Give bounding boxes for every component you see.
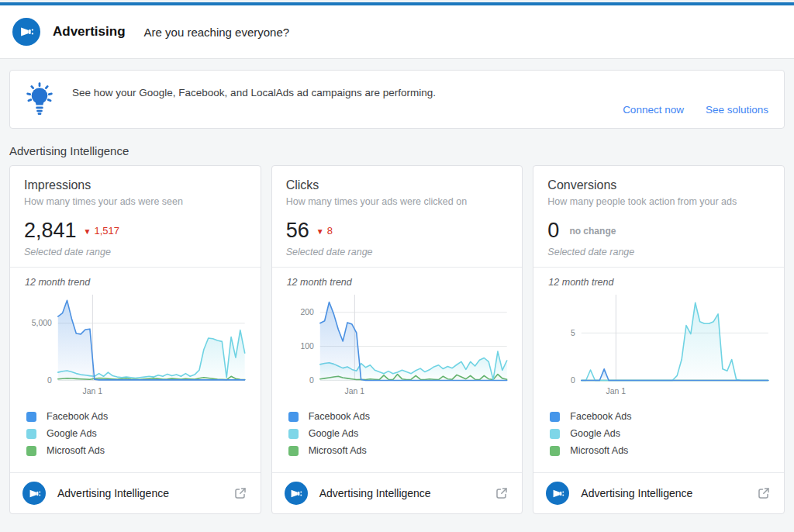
- megaphone-glyph: [18, 23, 35, 40]
- external-link-icon[interactable]: [756, 485, 772, 501]
- conversions-card: Conversions How many people took action …: [533, 165, 785, 514]
- svg-text:5: 5: [571, 329, 575, 337]
- card-footer: Advertising Intelligence: [272, 472, 523, 513]
- chart-legend: Facebook Ads Google Ads Microsoft Ads: [26, 408, 250, 459]
- legend-item-microsoft: Microsoft Ads: [550, 442, 773, 459]
- value-row: 0 no change: [547, 219, 770, 243]
- card-footer: Advertising Intelligence: [533, 472, 784, 513]
- svg-text:0: 0: [309, 376, 314, 385]
- trend-label: 12 month trend: [25, 277, 250, 288]
- trend-label: 12 month trend: [548, 277, 773, 288]
- legend-label: Microsoft Ads: [47, 445, 105, 456]
- conversions-trend-chart: 05Jan 1: [544, 289, 773, 406]
- microsoft-swatch-icon: [550, 446, 560, 456]
- date-range-label: Selected date range: [286, 247, 509, 257]
- clicks-trend-chart: 0100200Jan 1: [283, 289, 512, 406]
- card-head: Impressions How many times your ads were…: [10, 166, 261, 267]
- svg-text:Jan 1: Jan 1: [83, 387, 103, 396]
- footer-label: Advertising Intelligence: [319, 487, 495, 499]
- legend-label: Google Ads: [570, 428, 620, 439]
- legend-item-google: Google Ads: [550, 425, 773, 442]
- chart-section: 12 month trend 05,000Jan 1 Facebook Ads …: [10, 268, 261, 459]
- section-label: Advertising Intelligence: [9, 144, 785, 157]
- google-swatch-icon: [550, 429, 560, 439]
- chart-legend: Facebook Ads Google Ads Microsoft Ads: [288, 408, 512, 459]
- microsoft-swatch-icon: [26, 446, 36, 456]
- legend-label: Microsoft Ads: [570, 445, 628, 456]
- legend-item-facebook: Facebook Ads: [288, 408, 512, 425]
- trend-label: 12 month trend: [287, 277, 512, 288]
- legend-label: Facebook Ads: [309, 411, 370, 422]
- metric-cards: Impressions How many times your ads were…: [9, 165, 785, 514]
- footer-label: Advertising Intelligence: [581, 487, 756, 499]
- advertising-intelligence-icon: [22, 482, 46, 505]
- banner-message: See how your Google, Facebook, and Local…: [72, 87, 623, 98]
- megaphone-glyph: [288, 486, 303, 501]
- banner-links: Connect now See solutions: [623, 104, 768, 116]
- change-indicator: ▼ 1,517: [84, 225, 119, 237]
- svg-text:Jan 1: Jan 1: [344, 387, 364, 396]
- value-row: 56 ▼ 8: [286, 219, 509, 243]
- date-range-label: Selected date range: [547, 247, 770, 257]
- megaphone-glyph: [551, 486, 565, 501]
- microsoft-swatch-icon: [288, 446, 299, 456]
- down-arrow-icon: ▼: [316, 227, 324, 236]
- external-link-icon[interactable]: [494, 485, 509, 501]
- svg-text:0: 0: [571, 376, 575, 385]
- svg-text:100: 100: [300, 342, 314, 351]
- advertising-intelligence-icon: [546, 482, 569, 505]
- metric-value: 0: [547, 219, 559, 243]
- page-subtitle: Are you reaching everyone?: [144, 26, 290, 39]
- clicks-card: Clicks How many times your ads were clic…: [271, 165, 523, 514]
- legend-item-google: Google Ads: [26, 425, 250, 442]
- svg-text:Jan 1: Jan 1: [606, 387, 627, 396]
- card-head: Conversions How many people took action …: [533, 166, 784, 267]
- footer-label: Advertising Intelligence: [57, 487, 233, 499]
- card-title: Impressions: [24, 178, 247, 192]
- down-arrow-icon: ▼: [84, 227, 91, 236]
- legend-label: Facebook Ads: [47, 411, 108, 422]
- advertising-megaphone-icon: [12, 18, 40, 46]
- legend-label: Google Ads: [47, 428, 97, 439]
- impressions-trend-chart: 05,000Jan 1: [21, 289, 250, 406]
- legend-label: Google Ads: [309, 428, 359, 439]
- connect-banner: See how your Google, Facebook, and Local…: [9, 70, 785, 129]
- card-subtitle: How many times your ads were seen: [24, 196, 247, 207]
- chart-legend: Facebook Ads Google Ads Microsoft Ads: [550, 408, 773, 459]
- legend-label: Facebook Ads: [570, 411, 631, 422]
- change-value: 8: [327, 225, 333, 237]
- facebook-swatch-icon: [26, 412, 36, 422]
- svg-text:0: 0: [47, 376, 52, 385]
- legend-item-facebook: Facebook Ads: [550, 408, 773, 425]
- chart-section: 12 month trend 0100200Jan 1 Facebook Ads…: [272, 268, 523, 459]
- external-link-icon[interactable]: [233, 485, 248, 501]
- page-title: Advertising: [53, 24, 126, 40]
- chart-section: 12 month trend 05Jan 1 Facebook Ads Goog…: [533, 268, 784, 459]
- svg-text:5,000: 5,000: [32, 319, 52, 327]
- connect-now-link[interactable]: Connect now: [623, 104, 684, 116]
- metric-value: 56: [286, 219, 309, 243]
- legend-item-microsoft: Microsoft Ads: [26, 442, 250, 459]
- svg-text:200: 200: [300, 308, 314, 316]
- date-range-label: Selected date range: [24, 247, 247, 257]
- google-swatch-icon: [26, 429, 36, 439]
- facebook-swatch-icon: [550, 412, 560, 422]
- change-value: 1,517: [94, 225, 119, 237]
- legend-item-google: Google Ads: [288, 425, 512, 442]
- card-head: Clicks How many times your ads were clic…: [272, 166, 523, 267]
- page-header: Advertising Are you reaching everyone?: [0, 5, 794, 59]
- advertising-intelligence-icon: [285, 482, 308, 505]
- change-value: no change: [569, 226, 616, 237]
- megaphone-glyph: [27, 486, 42, 501]
- card-subtitle: How many people took action from your ad…: [547, 196, 770, 207]
- card-footer: Advertising Intelligence: [10, 472, 261, 513]
- facebook-swatch-icon: [288, 412, 299, 422]
- see-solutions-link[interactable]: See solutions: [706, 104, 768, 116]
- legend-item-facebook: Facebook Ads: [26, 408, 250, 425]
- change-indicator: ▼ 8: [316, 225, 333, 237]
- legend-label: Microsoft Ads: [309, 445, 367, 456]
- card-subtitle: How many times your ads were clicked on: [286, 196, 509, 207]
- card-title: Conversions: [547, 178, 770, 192]
- change-indicator: no change: [566, 226, 616, 237]
- legend-item-microsoft: Microsoft Ads: [288, 442, 512, 459]
